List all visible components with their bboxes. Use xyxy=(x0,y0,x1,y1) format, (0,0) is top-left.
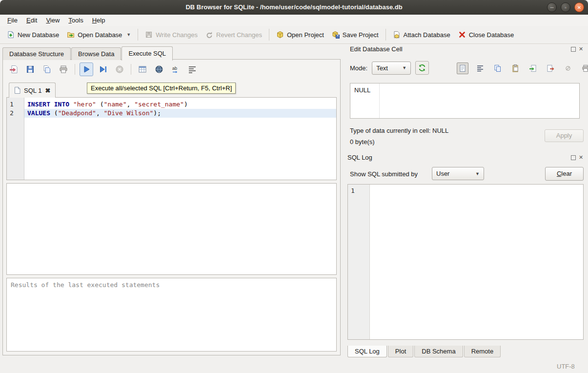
window-controls: ─ ▫ ✕ xyxy=(547,2,584,12)
cell-print-button[interactable] xyxy=(580,62,588,74)
maximize-button[interactable]: ▫ xyxy=(561,2,570,12)
write-changes-button[interactable]: Write Changes xyxy=(141,28,202,41)
attach-database-button[interactable]: Attach Database xyxy=(389,28,454,41)
sql-document-tab[interactable]: SQL 1 ✖ xyxy=(9,83,56,98)
cell-text-mode-button[interactable] xyxy=(457,62,468,74)
sql-file-icon xyxy=(14,87,20,94)
line-number: 1 xyxy=(7,100,24,109)
cell-copy-button[interactable] xyxy=(492,62,504,74)
float-panel-icon[interactable] xyxy=(571,155,576,160)
menu-item-help[interactable]: Help xyxy=(88,16,110,25)
tab-database-structure[interactable]: Database Structure xyxy=(2,47,71,60)
minimize-button[interactable]: ─ xyxy=(547,2,557,12)
cell-import-icon xyxy=(528,64,537,73)
cell-print-icon xyxy=(581,64,588,73)
cell-copy-icon xyxy=(493,64,502,73)
revert-changes-label: Revert Changes xyxy=(216,31,262,39)
cell-paste-button[interactable] xyxy=(509,62,521,74)
close-sql-tab-icon[interactable]: ✖ xyxy=(45,87,50,94)
close-panel-icon[interactable]: ✕ xyxy=(579,155,583,160)
bottom-tab-sql-log[interactable]: SQL Log xyxy=(347,346,387,357)
stop-button[interactable] xyxy=(113,62,126,76)
find-replace-icon: ab xyxy=(171,64,181,74)
clear-button[interactable]: Clear xyxy=(545,167,584,181)
log-filter-combo[interactable]: User ▼ xyxy=(432,167,484,180)
word-wrap-button[interactable] xyxy=(152,62,166,76)
cell-text-mode-icon xyxy=(458,64,467,73)
mode-combo[interactable]: Text ▼ xyxy=(372,62,411,75)
code-line[interactable]: VALUES ("Deadpond", "Dive Wilson"); xyxy=(24,109,336,118)
execute-line-button[interactable] xyxy=(96,62,110,76)
title-bar: DB Browser for SQLite - /home/user/code/… xyxy=(0,0,588,15)
cell-export-button[interactable] xyxy=(545,62,556,74)
sql-toolbar-separator xyxy=(131,64,131,75)
bottom-tab-remote[interactable]: Remote xyxy=(464,346,501,357)
window-title: DB Browser for SQLite - /home/user/code/… xyxy=(0,0,588,15)
save-as-icon xyxy=(42,64,52,74)
open-database-dropdown-icon[interactable]: ▼ xyxy=(126,32,131,37)
execute-sql-panel: ab SQL 1 ✖ 12 INSERT INTO "hero" ("name"… xyxy=(2,59,341,355)
close-window-button[interactable]: ✕ xyxy=(574,2,584,12)
save-project-button[interactable]: Save Project xyxy=(328,28,383,41)
bottom-tab-db-schema[interactable]: DB Schema xyxy=(414,346,463,357)
menu-item-view[interactable]: View xyxy=(41,16,64,25)
save-project-label: Save Project xyxy=(343,31,379,39)
sql-log-area[interactable]: 1 xyxy=(347,184,584,340)
status-encoding: UTF-8 xyxy=(557,363,575,370)
cell-set-null-button[interactable] xyxy=(562,62,574,74)
revert-changes-button[interactable]: Revert Changes xyxy=(202,28,266,41)
auto-switch-mode-button[interactable] xyxy=(415,61,429,75)
menu-item-tools[interactable]: Tools xyxy=(64,16,87,25)
editor-code[interactable]: INSERT INTO "hero" ("name", "secret_name… xyxy=(24,98,336,180)
export-results-button[interactable] xyxy=(136,62,149,76)
results-message-pane[interactable]: Results of the last executed statements xyxy=(6,278,337,352)
toolbar-separator xyxy=(385,29,386,41)
write-changes-label: Write Changes xyxy=(156,31,198,39)
svg-text:ab: ab xyxy=(172,66,177,71)
close-panel-icon[interactable]: ✕ xyxy=(579,46,583,52)
cell-import-button[interactable] xyxy=(527,62,539,74)
cell-value: NULL xyxy=(350,83,380,118)
cell-mode-row: Mode: Text ▼ xyxy=(350,61,429,75)
format-sql-icon xyxy=(187,64,197,74)
open-database-button[interactable]: Open Database ▼ xyxy=(63,28,135,41)
format-sql-button[interactable] xyxy=(185,62,199,76)
apply-button[interactable]: Apply xyxy=(545,129,584,142)
cell-value-editor[interactable]: NULL xyxy=(350,83,580,119)
cell-align-button[interactable] xyxy=(474,62,486,74)
cell-type-info: Type of data currently in cell: NULL xyxy=(350,127,448,134)
save-as-button[interactable] xyxy=(40,62,54,76)
menu-item-edit[interactable]: Edit xyxy=(22,16,41,25)
revert-changes-icon xyxy=(205,31,213,39)
save-sql-file-icon xyxy=(25,64,35,74)
globe-icon xyxy=(154,64,164,74)
log-content[interactable] xyxy=(370,185,583,339)
results-grid[interactable] xyxy=(6,183,337,275)
bottom-tab-plot[interactable]: Plot xyxy=(388,346,413,357)
stop-icon xyxy=(115,64,124,74)
tab-execute-sql[interactable]: Execute SQL xyxy=(122,46,173,61)
float-panel-icon[interactable] xyxy=(571,47,576,52)
open-sql-file-button[interactable] xyxy=(7,62,20,76)
open-project-button[interactable]: Open Project xyxy=(272,28,328,41)
new-database-button[interactable]: New Database xyxy=(3,28,63,41)
execute-all-button[interactable] xyxy=(80,62,93,76)
log-filter-label: Show SQL submitted by xyxy=(350,170,418,178)
close-database-button[interactable]: Close Database xyxy=(454,28,518,41)
toolbar-separator xyxy=(138,29,138,41)
close-database-icon xyxy=(458,31,466,39)
find-replace-button[interactable]: ab xyxy=(169,62,182,76)
cell-set-null-icon xyxy=(564,64,572,73)
tab-browse-data[interactable]: Browse Data xyxy=(71,47,121,60)
cell-align-icon xyxy=(476,64,485,73)
save-project-icon xyxy=(332,31,340,39)
sql-editor[interactable]: 12 INSERT INTO "hero" ("name", "secret_n… xyxy=(6,97,337,180)
print-button[interactable] xyxy=(57,62,70,76)
main-tabs: Database StructureBrowse DataExecute SQL xyxy=(2,46,173,60)
code-line[interactable]: INSERT INTO "hero" ("name", "secret_name… xyxy=(24,100,336,109)
toolbar-separator xyxy=(269,29,269,41)
log-filter-value: User xyxy=(436,170,449,177)
save-sql-file-button[interactable] xyxy=(23,62,37,76)
menu-item-file[interactable]: File xyxy=(3,16,22,25)
print-icon xyxy=(59,64,68,74)
